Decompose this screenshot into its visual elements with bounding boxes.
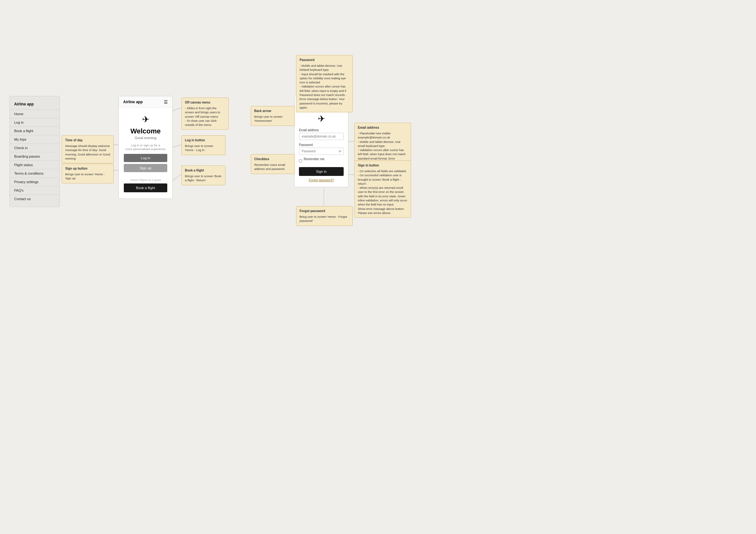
sidebar: Airline app Home Log in Book a flight My…	[10, 96, 60, 207]
login-button[interactable]: Log in	[124, 154, 167, 162]
sidebar-item-check-in[interactable]: Check in	[10, 143, 60, 152]
remember-me-label: Remember me	[304, 157, 324, 161]
annotation-timeofday-body: Message should display welcome message f…	[65, 144, 110, 161]
welcome-title: Welcome	[124, 127, 167, 135]
annotation-bookflight-home: Book a flight Brings user to screen 'Boo…	[181, 165, 226, 185]
annotation-password-title: Password	[300, 58, 349, 62]
eye-icon[interactable]: 👁	[338, 149, 342, 153]
annotation-checkbox-body: Remember users email address and passwor…	[254, 163, 291, 171]
annotation-forgotpw-title: Forgot password	[300, 209, 349, 213]
remember-me-checkbox[interactable]	[299, 159, 302, 162]
home-screen: Airline app ☰ ✈ Welcome Good evening Log…	[119, 96, 173, 199]
guest-label: Search flights as a guest	[124, 178, 167, 182]
hamburger-icon[interactable]: ☰	[164, 99, 168, 105]
login-prompt: Log in or sign up for amore personalised…	[124, 143, 167, 151]
sidebar-title: Airline app	[10, 100, 60, 110]
annotation-password-body: - Mobile and tablet devices: Use Default…	[300, 64, 349, 110]
signup-button[interactable]: Sign up	[124, 164, 167, 172]
annotation-loginbtn-title: Log in button	[185, 138, 222, 142]
annotation-offcanvas: Off canvas menu - Slides in from right t…	[181, 97, 229, 130]
sidebar-item-home[interactable]: Home	[10, 110, 60, 118]
home-screen-body: ✈ Welcome Good evening Log in or sign up…	[119, 108, 172, 198]
sidebar-item-login[interactable]: Log in	[10, 118, 60, 126]
password-wrapper: 👁	[299, 148, 344, 155]
svg-line-3	[173, 145, 181, 147]
sidebar-item-privacy[interactable]: Privacy settings	[10, 177, 60, 186]
book-flight-button-home[interactable]: Book a flight	[124, 184, 167, 192]
password-label: Password	[299, 143, 344, 147]
annotation-backarrow: Back arrow Brings user to screen 'Homesc…	[251, 106, 295, 126]
home-screen-header: Airline app ☰	[119, 96, 172, 108]
annotation-bookflight-title: Book a flight	[185, 168, 222, 173]
svg-line-0	[173, 108, 181, 111]
annotation-offcanvas-title: Off canvas menu	[185, 100, 225, 105]
annotation-email-title: Email address	[358, 126, 408, 130]
welcome-subtitle: Good evening	[124, 136, 167, 140]
password-input[interactable]	[299, 148, 344, 155]
home-screen-title: Airline app	[123, 100, 143, 104]
sidebar-item-faqs[interactable]: FAQ's	[10, 186, 60, 194]
annotation-backarrow-body: Brings user to screen 'Homescreen'	[254, 114, 291, 123]
annotation-signinbtn: Sign in button - On selection all fields…	[354, 161, 411, 218]
sidebar-item-book-flight[interactable]: Book a flight	[10, 126, 60, 135]
annotation-forgotpw: Forgot password Bring user to screen 'Ho…	[296, 206, 353, 226]
email-label: Email address	[299, 128, 344, 132]
annotation-bookflight-body: Brings user to screen 'Book a flight - R…	[185, 174, 222, 183]
annotation-signup-body: Brings user to screen 'Home - Sign up'	[65, 172, 110, 181]
sidebar-item-boarding-passes[interactable]: Boarding passes	[10, 152, 60, 161]
sidebar-item-flight-status[interactable]: Flight status	[10, 161, 60, 169]
login-plane-icon: ✈	[299, 114, 344, 124]
annotation-backarrow-title: Back arrow	[254, 109, 291, 113]
login-body: ✈ Email address Password 👁 Remember me S…	[294, 109, 348, 187]
annotation-signinbtn-title: Sign in button	[358, 163, 408, 168]
sidebar-item-my-trips[interactable]: My trips	[10, 135, 60, 143]
email-input[interactable]	[299, 133, 344, 140]
annotation-timeofday-title: Time of day	[65, 138, 110, 142]
annotation-loginbtn-body: Brings user to screen 'Home - Log in'	[185, 144, 222, 152]
annotation-forgotpw-body: Bring user to screen 'Home - Forgot pass…	[300, 215, 349, 223]
plane-icon: ✈	[124, 114, 167, 125]
annotation-signup-title: Sign up button	[65, 166, 110, 171]
annotation-checkbox-title: Checkbox	[254, 157, 291, 162]
annotation-loginbtn: Log in button Brings user to screen 'Hom…	[181, 135, 226, 155]
annotation-signup: Sign up button Brings user to screen 'Ho…	[62, 164, 114, 184]
annotation-timeofday: Time of day Message should display welco…	[62, 135, 114, 163]
sidebar-item-terms[interactable]: Terms & conditions	[10, 169, 60, 177]
forgot-password-link[interactable]: Forgot password?	[299, 178, 344, 182]
annotation-checkbox: Checkbox Remember users email address an…	[251, 154, 295, 174]
svg-line-4	[173, 174, 181, 181]
annotation-signinbtn-body: - On selection all fields are validated.…	[358, 169, 408, 215]
sidebar-item-contact[interactable]: Contact us	[10, 194, 60, 203]
annotation-offcanvas-body: - Slides in from right the screen and br…	[185, 106, 225, 127]
remember-me-row: Remember me	[299, 157, 344, 164]
annotation-password-top: Password - Mobile and tablet devices: Us…	[296, 55, 353, 112]
signin-button[interactable]: Sign in	[299, 167, 344, 176]
